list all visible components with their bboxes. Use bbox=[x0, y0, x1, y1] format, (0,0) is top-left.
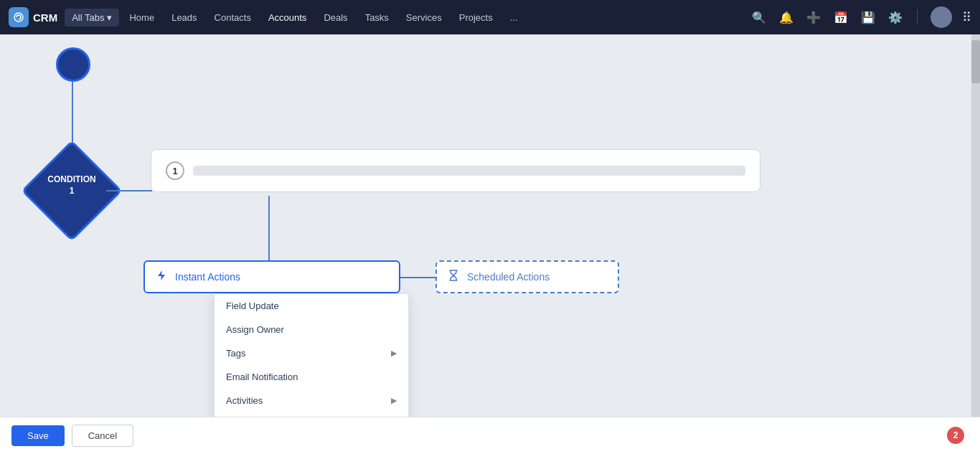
workflow-canvas: CONDITION 1 1 Instant Actions Scheduled … bbox=[0, 34, 980, 454]
app-name: CRM bbox=[33, 11, 57, 24]
scheduled-actions-button[interactable]: Scheduled Actions bbox=[435, 260, 619, 293]
nav-leads[interactable]: Leads bbox=[164, 8, 204, 27]
svg-point-0 bbox=[14, 13, 23, 22]
connector-line-3 bbox=[268, 196, 270, 262]
all-tabs-button[interactable]: All Tabs ▾ bbox=[65, 9, 119, 27]
scheduled-actions-label: Scheduled Actions bbox=[467, 271, 550, 283]
hourglass-icon bbox=[447, 269, 460, 285]
grid-menu-button[interactable]: ⠿ bbox=[962, 9, 971, 25]
lightning-icon bbox=[155, 269, 168, 285]
top-navigation: CRM All Tabs ▾ Home Leads Contacts Accou… bbox=[0, 0, 980, 34]
cancel-button[interactable]: Cancel bbox=[72, 425, 133, 447]
scrollbar-thumb[interactable] bbox=[971, 40, 980, 83]
crm-logo-icon bbox=[9, 7, 29, 27]
tags-arrow-icon: ▶ bbox=[391, 349, 397, 358]
search-button[interactable]: 🔍 bbox=[750, 9, 768, 26]
instant-actions-label: Instant Actions bbox=[175, 271, 240, 283]
nav-tasks[interactable]: Tasks bbox=[358, 8, 396, 27]
connector-line-2 bbox=[106, 190, 152, 191]
nav-deals[interactable]: Deals bbox=[316, 8, 354, 27]
card-text-placeholder bbox=[193, 166, 745, 176]
scrollbar-track[interactable] bbox=[971, 34, 980, 454]
nav-contacts[interactable]: Contacts bbox=[207, 8, 258, 27]
add-button[interactable]: ➕ bbox=[805, 9, 822, 26]
nav-home[interactable]: Home bbox=[122, 8, 161, 27]
nav-divider bbox=[917, 9, 918, 25]
notification-badge: 2 bbox=[947, 427, 964, 444]
save-button[interactable]: Save bbox=[11, 425, 65, 446]
action-card[interactable]: 1 bbox=[151, 149, 760, 192]
nav-services[interactable]: Services bbox=[399, 8, 449, 27]
app-logo: CRM bbox=[9, 7, 57, 27]
activities-arrow-icon: ▶ bbox=[391, 396, 397, 405]
dropdown-item-assign-owner[interactable]: Assign Owner bbox=[215, 318, 408, 341]
dropdown-item-activities[interactable]: Activities ▶ bbox=[215, 389, 408, 412]
notifications-button[interactable]: 🔔 bbox=[778, 9, 795, 26]
save-view-button[interactable]: 💾 bbox=[859, 9, 877, 26]
nav-action-icons: 🔍 🔔 ➕ 📅 💾 ⚙️ ⠿ bbox=[750, 6, 971, 28]
calendar-button[interactable]: 📅 bbox=[832, 9, 849, 26]
start-node[interactable] bbox=[56, 47, 90, 82]
nav-accounts[interactable]: Accounts bbox=[261, 8, 314, 27]
user-avatar[interactable] bbox=[930, 6, 952, 28]
nav-more[interactable]: ... bbox=[503, 8, 525, 27]
dropdown-arrow-icon: ▾ bbox=[107, 12, 112, 23]
dropdown-item-email-notification[interactable]: Email Notification bbox=[215, 365, 408, 389]
bottom-action-bar: Save Cancel bbox=[0, 417, 980, 454]
instant-actions-button[interactable]: Instant Actions bbox=[143, 260, 400, 293]
dropdown-item-field-update[interactable]: Field Update bbox=[215, 294, 408, 318]
dropdown-item-tags[interactable]: Tags ▶ bbox=[215, 341, 408, 365]
nav-projects[interactable]: Projects bbox=[452, 8, 500, 27]
connector-line-4 bbox=[400, 277, 436, 278]
settings-button[interactable]: ⚙️ bbox=[887, 9, 904, 26]
card-number: 1 bbox=[166, 161, 184, 180]
